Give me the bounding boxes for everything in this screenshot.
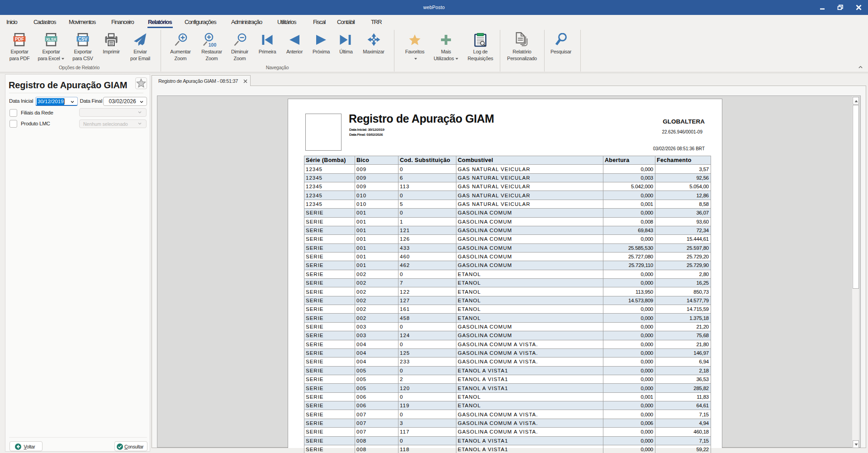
svg-text:PDF: PDF (15, 36, 24, 41)
svg-text:XLSX: XLSX (46, 37, 57, 41)
